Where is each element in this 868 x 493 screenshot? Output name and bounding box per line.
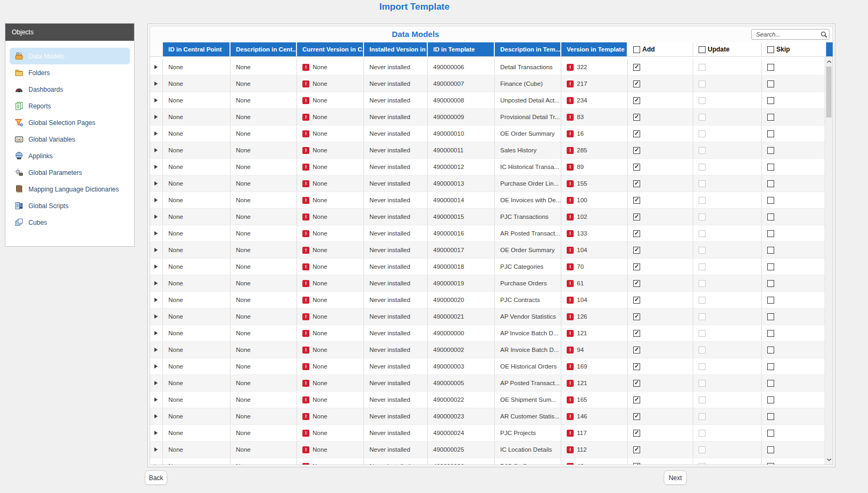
expand-arrow-icon[interactable] (154, 148, 158, 152)
update-checkbox[interactable] (699, 197, 706, 204)
update-checkbox[interactable] (699, 297, 706, 304)
expand-arrow-icon[interactable] (154, 82, 158, 86)
expand-arrow-icon[interactable] (154, 181, 158, 186)
skip-checkbox[interactable] (767, 347, 774, 354)
update-checkbox[interactable] (699, 247, 706, 254)
expand-arrow-icon[interactable] (154, 264, 158, 269)
expand-arrow-icon[interactable] (154, 98, 158, 102)
update-checkbox[interactable] (699, 280, 706, 287)
update-checkbox[interactable] (699, 80, 706, 87)
add-checkbox[interactable] (633, 164, 640, 171)
update-checkbox[interactable] (699, 263, 706, 270)
update-checkbox[interactable] (699, 64, 706, 71)
sidebar-item-global-parameters[interactable]: Global Parameters (10, 164, 130, 181)
skip-checkbox[interactable] (767, 430, 774, 437)
sidebar-item-folders[interactable]: Folders (10, 64, 130, 81)
expand-arrow-icon[interactable] (154, 231, 158, 236)
skip-checkbox[interactable] (767, 297, 774, 304)
add-checkbox[interactable] (633, 180, 640, 187)
sidebar-item-cubes[interactable]: Cubes (10, 214, 130, 231)
search-input[interactable] (752, 31, 819, 38)
skip-checkbox[interactable] (767, 446, 774, 453)
update-checkbox[interactable] (699, 347, 706, 354)
add-checkbox[interactable] (633, 330, 640, 337)
skip-checkbox[interactable] (767, 80, 774, 87)
expand-arrow-icon[interactable] (154, 364, 158, 369)
skip-checkbox[interactable] (767, 97, 774, 104)
update-checkbox[interactable] (699, 164, 706, 171)
update-checkbox[interactable] (699, 463, 706, 465)
add-checkbox[interactable] (633, 380, 640, 387)
skip-checkbox[interactable] (767, 363, 774, 370)
add-checkbox[interactable] (633, 263, 640, 270)
update-checkbox[interactable] (699, 214, 706, 220)
sidebar-item-applinks[interactable]: Applinks (10, 148, 130, 164)
expand-arrow-icon[interactable] (154, 65, 158, 69)
add-checkbox[interactable] (633, 363, 640, 370)
sidebar-item-global-selection-pages[interactable]: Global Selection Pages (10, 114, 130, 131)
skip-checkbox[interactable] (767, 247, 774, 254)
skip-checkbox[interactable] (767, 413, 774, 420)
expand-arrow-icon[interactable] (154, 248, 158, 252)
search-icon[interactable] (819, 31, 829, 39)
add-checkbox[interactable] (633, 297, 640, 304)
skip-checkbox[interactable] (767, 147, 774, 154)
add-checkbox[interactable] (633, 313, 640, 320)
skip-checkbox[interactable] (767, 164, 774, 171)
add-checkbox[interactable] (633, 230, 640, 237)
skip-checkbox[interactable] (767, 396, 774, 403)
expand-arrow-icon[interactable] (154, 431, 158, 435)
update-checkbox[interactable] (699, 396, 706, 403)
expand-arrow-icon[interactable] (154, 447, 158, 452)
expand-arrow-icon[interactable] (154, 165, 158, 169)
add-checkbox[interactable] (633, 247, 640, 254)
column-header-description-in-tem[interactable]: Description in Tem... (495, 42, 561, 56)
column-header-id-in-central-point[interactable]: ID in Central Point (163, 42, 231, 56)
column-header-id-in-template[interactable]: ID in Template (428, 42, 495, 56)
add-checkbox[interactable] (633, 413, 640, 420)
update-checkbox[interactable] (699, 147, 706, 154)
back-button[interactable]: Back (145, 470, 167, 485)
skip-checkbox[interactable] (767, 197, 774, 204)
add-checkbox[interactable] (633, 147, 640, 154)
skip-checkbox[interactable] (767, 380, 774, 387)
expand-arrow-icon[interactable] (154, 348, 158, 352)
update-checkbox[interactable] (699, 130, 706, 137)
skip-checkbox[interactable] (767, 330, 774, 337)
add-checkbox[interactable] (633, 396, 640, 403)
skip-checkbox[interactable] (767, 64, 774, 71)
update-checkbox[interactable] (699, 446, 706, 453)
update-checkbox[interactable] (699, 380, 706, 387)
column-header-installed-version-in[interactable]: Installed Version in ... (364, 42, 428, 56)
add-all-checkbox[interactable] (633, 46, 640, 53)
vertical-scrollbar[interactable] (825, 57, 833, 465)
expand-arrow-icon[interactable] (154, 115, 158, 119)
update-checkbox[interactable] (699, 180, 706, 187)
sidebar-item-global-variables[interactable]: (x) Global Variables (10, 131, 130, 148)
update-checkbox[interactable] (699, 430, 706, 437)
expand-arrow-icon[interactable] (154, 131, 158, 136)
update-all-checkbox[interactable] (699, 46, 706, 53)
skip-checkbox[interactable] (767, 313, 774, 320)
add-checkbox[interactable] (633, 80, 640, 87)
add-checkbox[interactable] (633, 446, 640, 453)
add-checkbox[interactable] (633, 430, 640, 437)
update-checkbox[interactable] (699, 413, 706, 420)
add-checkbox[interactable] (633, 214, 640, 220)
column-header-current-version-in-c[interactable]: Current Version in C... (297, 42, 364, 56)
skip-checkbox[interactable] (767, 214, 774, 220)
sidebar-item-data-models[interactable]: Data Models (10, 48, 130, 64)
column-header-version-in-template[interactable]: Version in Template (561, 42, 628, 56)
add-checkbox[interactable] (633, 280, 640, 287)
update-checkbox[interactable] (699, 313, 706, 320)
scroll-up-icon[interactable] (825, 58, 833, 65)
skip-all-checkbox[interactable] (767, 46, 774, 53)
expand-arrow-icon[interactable] (154, 198, 158, 202)
add-checkbox[interactable] (633, 97, 640, 104)
add-checkbox[interactable] (633, 347, 640, 354)
add-checkbox[interactable] (633, 463, 640, 465)
skip-checkbox[interactable] (767, 114, 774, 121)
sidebar-item-global-scripts[interactable]: Global Scripts (10, 197, 130, 214)
expand-arrow-icon[interactable] (154, 281, 158, 285)
expand-arrow-icon[interactable] (154, 215, 158, 219)
